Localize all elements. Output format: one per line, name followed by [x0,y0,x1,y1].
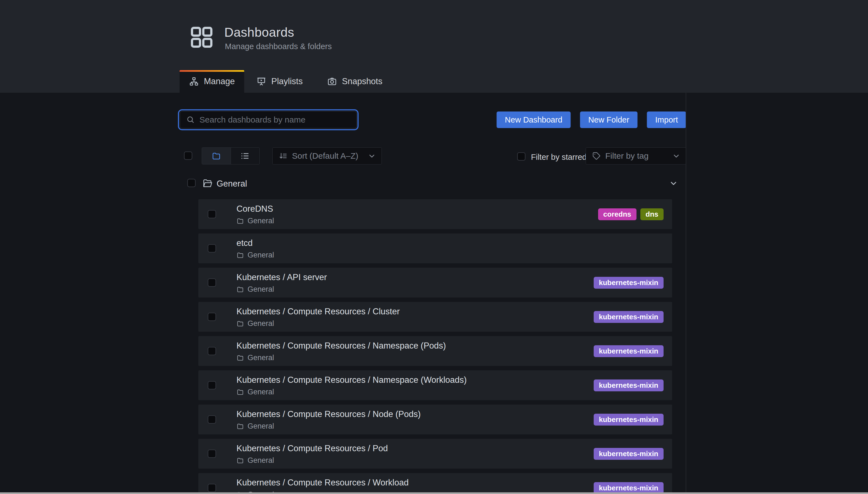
list-view-button[interactable] [231,148,260,164]
filter-starred-label: Filter by starred [531,153,586,162]
tag-badge[interactable]: coredns [598,208,636,220]
dashboard-folder-name: General [248,456,274,465]
dashboard-folder: General [236,388,274,396]
folder-icon [236,354,244,362]
list-icon [240,151,250,160]
page-header: Dashboards Manage dashboards & folders M… [0,0,868,93]
tag-badge[interactable]: kubernetes-mixin [594,379,664,391]
dashboard-folder-name: General [248,217,274,225]
dashboard-folder: General [236,319,274,328]
page-title: Dashboards [224,25,294,40]
row-checkbox[interactable] [208,244,216,252]
tab-snapshots[interactable]: Snapshots [315,70,395,93]
dashboard-title[interactable]: Kubernetes / Compute Resources / Pod [236,443,388,453]
dashboard-folder: General [236,456,274,465]
folder-collapse-chevron-icon[interactable] [669,179,678,188]
filter-tag-select[interactable]: Filter by tag [586,147,686,165]
folder-section-name[interactable]: General [217,179,247,189]
row-checkbox[interactable] [208,279,216,287]
dashboard-folder-name: General [248,319,274,328]
folder-icon [236,286,244,293]
tag-list: corednsdns [598,199,664,229]
dashboard-row[interactable]: Kubernetes / Compute Resources / Namespa… [198,336,672,366]
tab-playlists[interactable]: Playlists [244,70,315,93]
dashboard-row[interactable]: CoreDNS General corednsdns [198,199,672,229]
sort-select[interactable]: Sort (Default A–Z) [272,147,382,165]
apps-grid-icon [191,26,213,48]
page-subtitle: Manage dashboards & folders [225,42,332,51]
search-icon [186,115,195,124]
tag-list: kubernetes-mixin [594,439,664,469]
filter-starred-checkbox[interactable] [517,152,525,160]
dashboard-title[interactable]: Kubernetes / API server [236,272,327,282]
sort-amount-down-icon [279,152,288,160]
row-checkbox[interactable] [208,381,216,390]
tag-badge[interactable]: kubernetes-mixin [594,448,664,460]
row-checkbox[interactable] [208,347,216,355]
row-checkbox[interactable] [208,313,216,321]
new-dashboard-button[interactable]: New Dashboard [497,112,571,128]
new-folder-button[interactable]: New Folder [580,112,638,128]
tag-list: kubernetes-mixin [594,268,664,298]
dashboard-row[interactable]: Kubernetes / Compute Resources / Pod Gen… [198,439,672,469]
dashboard-title[interactable]: CoreDNS [236,204,273,214]
folder-icon [236,388,244,396]
select-all-checkbox[interactable] [184,152,192,160]
row-checkbox[interactable] [208,450,216,458]
panel-divider [686,93,686,494]
chevron-down-icon [368,152,376,160]
tag-list: kubernetes-mixin [594,404,664,434]
folder-icon [236,320,244,327]
dashboard-row[interactable]: etcd General [198,233,672,263]
tag-list: kubernetes-mixin [594,336,664,366]
presentation-play-icon [256,76,266,87]
dashboard-list: CoreDNS General corednsdns etcd General … [198,199,672,494]
dashboard-title[interactable]: etcd [236,238,253,248]
view-mode-toggle [202,147,260,165]
dashboard-row[interactable]: Kubernetes / Compute Resources / Cluster… [198,302,672,332]
toolbar-buttons: New Dashboard New Folder Import [497,112,686,128]
tag-list: kubernetes-mixin [594,302,664,332]
dashboard-row[interactable]: Kubernetes / Compute Resources / Node (P… [198,404,672,434]
dashboard-folder: General [236,217,274,225]
folder-icon [236,457,244,464]
folder-icon [212,151,221,160]
dashboard-title[interactable]: Kubernetes / Compute Resources / Namespa… [236,375,467,385]
folder-icon [236,217,244,225]
dashboard-row[interactable]: Kubernetes / API server General kubernet… [198,268,672,298]
dashboard-folder: General [236,354,274,362]
dashboard-folder: General [236,422,274,431]
tab-manage[interactable]: Manage [180,70,244,93]
folder-icon [236,422,244,430]
camera-icon [327,76,337,87]
tag-icon [592,152,601,160]
dashboard-folder: General [236,285,274,293]
row-checkbox[interactable] [208,415,216,424]
row-checkbox[interactable] [208,210,216,218]
dashboard-row[interactable]: Kubernetes / Compute Resources / Namespa… [198,370,672,400]
import-button[interactable]: Import [647,112,686,128]
dashboard-folder-name: General [248,251,274,260]
row-checkbox[interactable] [208,484,216,492]
folder-select-checkbox[interactable] [187,179,196,187]
search-box [180,111,357,128]
bottom-scrollbar[interactable] [0,492,868,494]
folder-view-button[interactable] [202,148,231,164]
dashboard-title[interactable]: Kubernetes / Compute Resources / Workloa… [236,478,409,488]
tag-badge[interactable]: kubernetes-mixin [594,414,664,425]
dashboard-title[interactable]: Kubernetes / Compute Resources / Node (P… [236,409,421,419]
dashboard-folder-name: General [248,354,274,362]
filter-tag-placeholder: Filter by tag [605,151,672,160]
dashboard-title[interactable]: Kubernetes / Compute Resources / Cluster [236,307,400,317]
tag-badge[interactable]: kubernetes-mixin [594,277,664,289]
tag-badge[interactable]: dns [640,208,664,220]
search-input[interactable] [195,115,356,125]
dashboard-title[interactable]: Kubernetes / Compute Resources / Namespa… [236,341,446,351]
tab-bar: Manage Playlists Snapshots [180,70,395,93]
tag-badge[interactable]: kubernetes-mixin [594,311,664,323]
tag-badge[interactable]: kubernetes-mixin [594,345,664,357]
folder-icon [236,251,244,259]
dashboard-row[interactable]: Kubernetes / Compute Resources / Workloa… [198,473,672,494]
tab-label: Playlists [271,76,303,87]
tag-list: kubernetes-mixin [594,473,664,494]
